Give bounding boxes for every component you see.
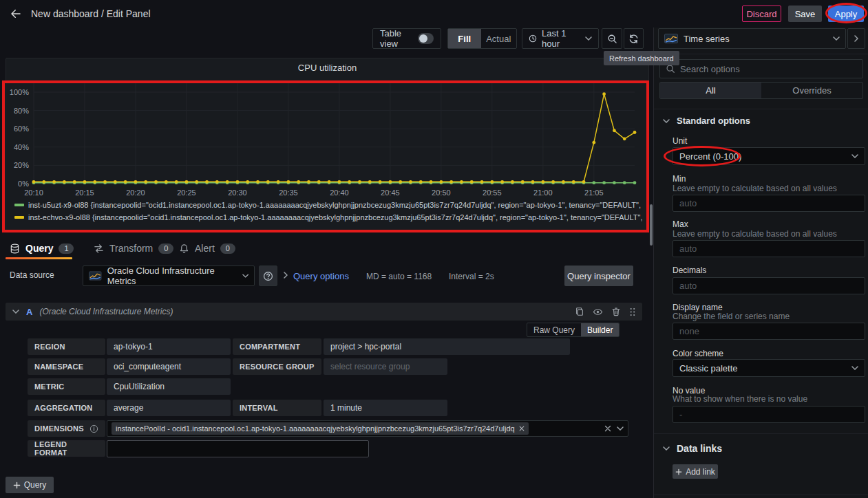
query-options-md: MD = auto = 1168 bbox=[366, 272, 432, 281]
options-search-input[interactable] bbox=[680, 64, 857, 74]
unit-label: Unit bbox=[673, 136, 687, 146]
datasource-help-button[interactable] bbox=[259, 266, 277, 286]
transform-count-badge: 0 bbox=[158, 243, 173, 254]
add-query-button[interactable]: Query bbox=[6, 477, 54, 493]
legend-format-label: LEGEND FORMAT bbox=[28, 440, 105, 457]
min-input[interactable] bbox=[673, 195, 865, 212]
chevron-down-icon bbox=[663, 446, 670, 451]
chevron-right-icon bbox=[284, 272, 288, 279]
data-links-title: Data links bbox=[677, 443, 722, 454]
color-scheme-value: Classic palette bbox=[679, 363, 738, 374]
unit-value: Percent (0-100) bbox=[679, 151, 741, 162]
table-view-toggle[interactable] bbox=[418, 33, 434, 44]
save-button[interactable]: Save bbox=[788, 6, 822, 22]
duplicate-query-icon[interactable] bbox=[575, 307, 584, 316]
query-row-header[interactable]: A (Oracle Cloud Infrastructure Metrics) bbox=[6, 303, 642, 321]
alert-count-badge: 0 bbox=[220, 243, 235, 254]
options-tabs: All Overrides bbox=[659, 82, 863, 99]
editor-scrollbar[interactable] bbox=[650, 204, 653, 246]
unit-select[interactable]: Percent (0-100) bbox=[673, 147, 865, 165]
dimensions-multiselect[interactable]: instancePoolId - ocid1.instancepool.oc1.… bbox=[107, 420, 628, 437]
options-search[interactable] bbox=[659, 59, 863, 78]
info-icon bbox=[89, 424, 98, 433]
datasource-select[interactable]: Oracle Cloud Infrastructure Metrics bbox=[83, 266, 255, 286]
metric-value[interactable]: CpuUtilization bbox=[107, 378, 231, 395]
remove-tag-close-icon[interactable] bbox=[519, 426, 525, 431]
tab-transform[interactable]: Transform 0 bbox=[94, 239, 173, 257]
actual-option[interactable]: Actual bbox=[481, 29, 516, 48]
fill-option[interactable]: Fill bbox=[448, 29, 481, 48]
namespace-value[interactable]: oci_computeagent bbox=[107, 358, 231, 375]
no-value-input[interactable] bbox=[673, 406, 865, 423]
chart-legend: inst-u5uzt-x9-ol88 {instancepoolid="ocid… bbox=[14, 199, 642, 224]
metric-label: METRIC bbox=[28, 378, 105, 395]
datasource-label: Data source bbox=[10, 270, 54, 280]
svg-text:20:25: 20:25 bbox=[177, 188, 196, 197]
min-label: Min bbox=[673, 174, 686, 184]
data-links-section-header[interactable]: Data links bbox=[663, 443, 722, 454]
drag-handle-icon[interactable] bbox=[629, 307, 635, 317]
delete-query-trash-icon[interactable] bbox=[611, 307, 621, 316]
query-inspector-button[interactable]: Query inspector bbox=[564, 266, 633, 286]
divider bbox=[654, 54, 868, 54]
collapse-options-pane-button[interactable] bbox=[847, 28, 865, 49]
decimals-input[interactable] bbox=[673, 277, 865, 294]
max-input[interactable] bbox=[673, 240, 865, 257]
tab-query[interactable]: Query 1 bbox=[10, 239, 74, 257]
builder-option[interactable]: Builder bbox=[581, 323, 619, 336]
region-value[interactable]: ap-tokyo-1 bbox=[107, 338, 231, 355]
raw-query-option[interactable]: Raw Query bbox=[527, 323, 581, 336]
region-label: REGION bbox=[28, 338, 105, 355]
active-tab-underline bbox=[6, 257, 72, 259]
svg-text:20:45: 20:45 bbox=[381, 188, 400, 197]
zoom-out-button[interactable] bbox=[602, 28, 622, 49]
tab-alert[interactable]: Alert 0 bbox=[179, 239, 235, 257]
clear-all-close-icon[interactable] bbox=[604, 425, 611, 432]
query-options-toggle[interactable]: Query options bbox=[293, 271, 349, 281]
panel-options-pane: Time series All Overrides Standard optio… bbox=[653, 28, 868, 498]
visualization-picker[interactable]: Time series bbox=[658, 28, 846, 49]
interval-label: INTERVAL bbox=[233, 400, 321, 416]
chevron-down-icon[interactable] bbox=[617, 426, 624, 431]
svg-text:20:15: 20:15 bbox=[75, 188, 94, 197]
table-view-control: Table view bbox=[372, 28, 441, 49]
legend-format-input[interactable] bbox=[107, 440, 369, 457]
compartment-value[interactable]: project > hpc-portal bbox=[324, 338, 570, 355]
tab-all[interactable]: All bbox=[660, 83, 761, 98]
chevron-down-icon bbox=[851, 366, 858, 370]
decimals-label: Decimals bbox=[673, 266, 706, 275]
svg-text:0%: 0% bbox=[18, 180, 29, 188]
hide-query-eye-icon[interactable] bbox=[593, 307, 603, 317]
add-link-button[interactable]: Add link bbox=[673, 464, 718, 479]
back-button[interactable] bbox=[7, 6, 25, 22]
refresh-button[interactable] bbox=[624, 28, 644, 49]
aggregation-value[interactable]: average bbox=[107, 400, 231, 416]
oci-datasource-icon bbox=[89, 271, 102, 281]
interval-value[interactable]: 1 minute bbox=[324, 400, 447, 416]
transform-icon bbox=[94, 243, 104, 254]
resource-group-value[interactable]: select resource group bbox=[324, 358, 447, 375]
panel-title: CPU utilization bbox=[6, 63, 648, 73]
color-scheme-select[interactable]: Classic palette bbox=[673, 359, 865, 377]
max-label: Max bbox=[673, 219, 688, 229]
clock-icon bbox=[529, 34, 537, 43]
time-range-picker[interactable]: Last 1 hour bbox=[522, 28, 599, 49]
apply-button[interactable]: Apply bbox=[828, 6, 864, 22]
toggle-knob bbox=[419, 34, 427, 43]
chevron-right-icon bbox=[854, 35, 858, 42]
legend-item[interactable]: inst-u5uzt-x9-ol88 {instancepoolid="ocid… bbox=[14, 199, 642, 211]
standard-options-section-header[interactable]: Standard options bbox=[663, 116, 750, 126]
display-name-hint: Change the field or series name bbox=[673, 312, 790, 321]
svg-text:20:10: 20:10 bbox=[24, 188, 43, 197]
color-scheme-label: Color scheme bbox=[673, 349, 723, 358]
refresh-icon bbox=[628, 34, 639, 44]
chevron-down-icon bbox=[663, 119, 670, 123]
tab-overrides[interactable]: Overrides bbox=[761, 83, 862, 98]
cpu-chart[interactable]: 20:1020:1520:2020:2520:3020:3520:4020:45… bbox=[6, 74, 648, 211]
datasource-value: Oracle Cloud Infrastructure Metrics bbox=[107, 266, 237, 286]
discard-button[interactable]: Discard bbox=[742, 6, 781, 22]
no-value-hint: What to show when there is no value bbox=[673, 394, 807, 404]
legend-item[interactable]: inst-echvo-x9-ol88 {instancepoolid="ocid… bbox=[14, 211, 642, 224]
tab-alert-label: Alert bbox=[195, 243, 215, 254]
display-name-input[interactable] bbox=[673, 323, 865, 340]
